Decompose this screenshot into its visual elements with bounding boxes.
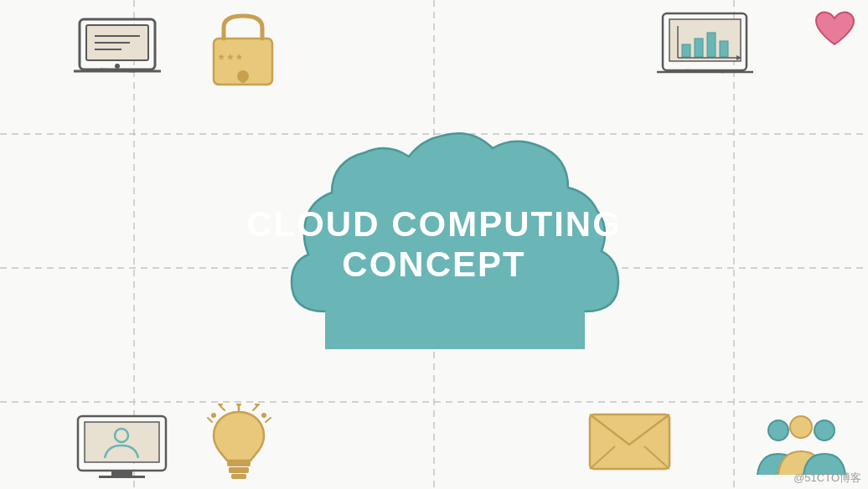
cloud-line1: CLOUD COMPUTING bbox=[246, 204, 622, 244]
cloud-container: CLOUD COMPUTING CONCEPT bbox=[241, 127, 627, 362]
svg-rect-23 bbox=[682, 44, 690, 57]
top-left-device-icon bbox=[67, 8, 168, 84]
lightbulb-icon bbox=[201, 401, 276, 485]
svg-point-52 bbox=[768, 420, 788, 440]
svg-point-53 bbox=[790, 416, 812, 438]
svg-text:* * *: * * * bbox=[219, 53, 242, 67]
svg-point-11 bbox=[115, 64, 120, 69]
password-lock-icon: * * * bbox=[201, 7, 285, 90]
svg-point-48 bbox=[255, 404, 260, 406]
svg-rect-20 bbox=[669, 19, 741, 61]
svg-line-10 bbox=[101, 69, 134, 71]
mail-envelope-icon bbox=[583, 401, 675, 476]
analytics-chart-icon bbox=[650, 7, 759, 86]
monitor-person-icon bbox=[67, 409, 176, 481]
cloud-text: CLOUD COMPUTING CONCEPT bbox=[246, 204, 622, 286]
svg-rect-25 bbox=[707, 33, 716, 57]
svg-line-41 bbox=[266, 418, 271, 422]
svg-point-46 bbox=[261, 413, 266, 418]
svg-point-54 bbox=[814, 420, 834, 440]
svg-point-47 bbox=[218, 404, 223, 406]
svg-rect-18 bbox=[240, 76, 245, 83]
svg-rect-36 bbox=[229, 467, 249, 473]
svg-point-45 bbox=[211, 413, 216, 418]
svg-rect-24 bbox=[695, 39, 703, 57]
main-scene: CLOUD COMPUTING CONCEPT * * * bbox=[0, 0, 868, 489]
svg-rect-26 bbox=[720, 41, 728, 57]
svg-line-42 bbox=[220, 406, 225, 410]
svg-rect-35 bbox=[227, 461, 251, 466]
svg-point-44 bbox=[236, 404, 241, 406]
watermark: @51CTO博客 bbox=[793, 471, 861, 486]
svg-line-40 bbox=[208, 418, 212, 422]
cloud-line2: CONCEPT bbox=[246, 244, 622, 285]
svg-line-43 bbox=[253, 406, 257, 410]
svg-rect-37 bbox=[231, 474, 246, 479]
svg-rect-33 bbox=[99, 476, 145, 478]
heart-icon bbox=[809, 4, 860, 54]
